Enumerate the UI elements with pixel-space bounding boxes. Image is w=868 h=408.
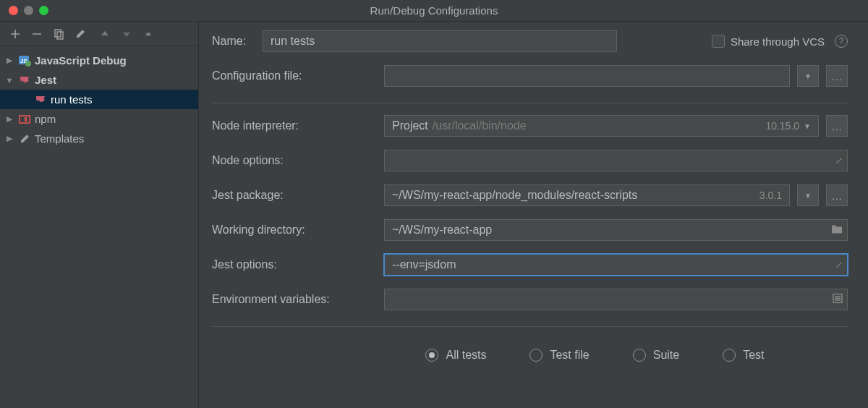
name-input[interactable]: run tests — [263, 30, 617, 52]
node-options-label: Node options: — [212, 154, 377, 167]
npm-icon — [17, 113, 32, 126]
env-vars-label: Environment variables: — [212, 293, 377, 306]
separator — [212, 326, 848, 327]
sidebar-toolbar — [0, 22, 198, 46]
tree-item-label: npm — [35, 113, 56, 125]
move-down-button[interactable] — [119, 26, 135, 42]
form-panel: Name: run tests Share through VCS ? Conf… — [199, 22, 868, 408]
working-dir-input[interactable]: ~/WS/my-react-app — [384, 219, 848, 241]
radio-suite[interactable]: Suite — [633, 349, 679, 362]
window-title: Run/Debug Configurations — [0, 4, 868, 17]
sidebar: ▶ JS JavaScript Debug ▼ Jest — [0, 22, 199, 408]
jest-package-value: ~/WS/my-react-app/node_modules/react-scr… — [392, 189, 637, 202]
svg-rect-15 — [25, 117, 27, 122]
tree-item-label: run tests — [51, 93, 93, 106]
tree-item-label: Templates — [35, 132, 84, 145]
help-icon[interactable]: ? — [835, 35, 848, 48]
radio-label: Test file — [550, 349, 589, 362]
tree-item-label: JavaScript Debug — [35, 54, 127, 67]
jest-options-label: Jest options: — [212, 258, 377, 271]
tree-item-run-tests[interactable]: run tests — [0, 90, 198, 109]
node-interpreter-select[interactable]: Project /usr/local/bin/node 10.15.0 ▼ — [384, 115, 819, 137]
edit-templates-button[interactable] — [72, 26, 88, 42]
node-interpreter-prefix: Project — [392, 119, 428, 132]
node-interpreter-label: Node interpreter: — [212, 119, 377, 132]
config-file-dropdown[interactable]: ▼ — [797, 65, 819, 87]
chevron-right-icon: ▶ — [4, 134, 14, 143]
separator — [212, 103, 848, 103]
svg-point-7 — [25, 61, 31, 67]
jest-options-input[interactable]: --env=jsdom ⤢ — [384, 254, 848, 276]
radio-label: Test — [743, 349, 764, 362]
tree-item-npm[interactable]: ▶ npm — [0, 109, 198, 129]
remove-config-button[interactable] — [29, 26, 45, 42]
test-scope-radios: All tests Test file Suite Test — [212, 339, 848, 362]
config-file-input[interactable] — [384, 65, 790, 87]
chevron-down-icon: ▼ — [804, 72, 812, 80]
chevron-right-icon: ▶ — [4, 56, 14, 65]
jest-icon — [17, 74, 32, 87]
js-debug-icon: JS — [17, 54, 32, 67]
config-tree: ▶ JS JavaScript Debug ▼ Jest — [0, 46, 198, 153]
config-file-browse-button[interactable]: … — [826, 65, 848, 87]
expand-icon[interactable]: ⤢ — [835, 260, 843, 270]
jest-options-value: --env=jsdom — [392, 258, 456, 271]
share-checkbox[interactable] — [712, 35, 725, 48]
working-dir-label: Working directory: — [212, 224, 377, 237]
node-interpreter-browse-button[interactable]: … — [826, 115, 848, 137]
radio-label: All tests — [446, 349, 486, 362]
tree-item-label: Jest — [35, 74, 56, 86]
share-through-vcs[interactable]: Share through VCS ? — [712, 35, 848, 48]
jest-package-browse-button[interactable]: … — [826, 184, 848, 206]
node-interpreter-version: 10.15.0 — [765, 120, 799, 132]
svg-point-8 — [20, 79, 22, 81]
name-value: run tests — [271, 35, 315, 48]
radio-circle-icon — [723, 349, 736, 362]
tree-item-javascript-debug[interactable]: ▶ JS JavaScript Debug — [0, 51, 198, 70]
radio-test[interactable]: Test — [723, 349, 764, 362]
jest-package-select[interactable]: ~/WS/my-react-app/node_modules/react-scr… — [384, 184, 790, 206]
node-options-input[interactable]: ⤢ — [384, 150, 848, 171]
env-vars-input[interactable] — [384, 289, 848, 310]
svg-point-9 — [23, 79, 25, 81]
svg-point-11 — [36, 98, 38, 101]
svg-point-12 — [39, 98, 41, 101]
name-label: Name: — [212, 35, 255, 48]
svg-point-13 — [42, 98, 44, 101]
radio-test-file[interactable]: Test file — [529, 349, 589, 362]
expand-icon[interactable]: ⤢ — [835, 156, 843, 166]
svg-point-10 — [26, 79, 28, 81]
svg-rect-4 — [57, 32, 63, 39]
jest-package-label: Jest package: — [212, 189, 377, 202]
jest-icon — [33, 93, 48, 106]
radio-circle-icon — [529, 349, 542, 362]
move-up-button[interactable] — [97, 26, 113, 42]
radio-label: Suite — [653, 349, 679, 362]
radio-all-tests[interactable]: All tests — [425, 349, 486, 362]
tree-item-jest[interactable]: ▼ Jest — [0, 70, 198, 90]
share-label: Share through VCS — [731, 35, 825, 48]
tree-item-templates[interactable]: ▶ Templates — [0, 129, 198, 148]
chevron-right-icon: ▶ — [4, 114, 14, 124]
working-dir-value: ~/WS/my-react-app — [392, 224, 492, 237]
titlebar: Run/Debug Configurations — [0, 0, 868, 22]
svg-rect-3 — [55, 30, 61, 37]
wrench-icon — [17, 132, 32, 145]
expand-all-button[interactable] — [140, 26, 156, 42]
jest-package-version: 3.0.1 — [760, 190, 782, 201]
config-file-label: Configuration file: — [212, 69, 377, 82]
chevron-down-icon: ▼ — [804, 192, 812, 200]
jest-package-dropdown[interactable]: ▼ — [797, 184, 819, 206]
add-config-button[interactable] — [7, 26, 23, 42]
folder-icon[interactable] — [831, 224, 843, 237]
node-interpreter-path: /usr/local/bin/node — [433, 119, 527, 132]
copy-config-button[interactable] — [51, 26, 67, 42]
chevron-down-icon: ▼ — [804, 122, 811, 130]
radio-circle-icon — [425, 349, 438, 362]
list-icon[interactable] — [833, 294, 843, 306]
chevron-down-icon: ▼ — [4, 76, 14, 85]
radio-circle-icon — [633, 349, 646, 362]
